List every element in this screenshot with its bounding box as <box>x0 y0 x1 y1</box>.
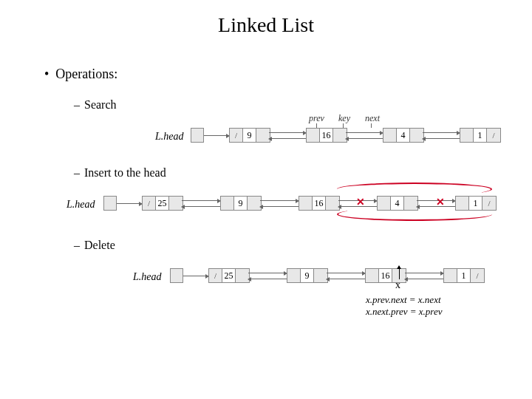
node-9b: 9 <box>220 196 262 211</box>
node-25c: 25 <box>208 268 250 283</box>
head-box <box>191 128 204 143</box>
lhead-delete: L.head <box>133 271 162 283</box>
label-prev: prev <box>309 113 324 124</box>
diagram-insert: L.head 25 9 16 4 1 ✕ ✕ <box>66 185 532 225</box>
sub-bullet-delete: –Delete <box>74 239 495 252</box>
sub-bullet-search: –Search <box>74 98 495 112</box>
pseudo-line-2: x.next.prev = x.prev <box>366 306 442 318</box>
x-pointer-arrow <box>399 266 400 279</box>
sub-bullet-insert: –Insert to the head <box>74 166 495 180</box>
label-key: key <box>338 113 350 124</box>
operations-bullet: • Operations: <box>44 66 495 82</box>
pseudo-line-1: x.prev.next = x.next <box>366 294 442 306</box>
operations-label: Operations: <box>55 66 117 81</box>
node-9: 9 <box>229 128 270 143</box>
node-25: 25 <box>142 196 183 211</box>
red-x-1: ✕ <box>356 196 365 208</box>
label-next: next <box>365 113 380 124</box>
head-box-3 <box>170 268 183 283</box>
delete-label: Delete <box>84 239 115 251</box>
diagram-search: prev key next L.head 9 16 4 1 <box>155 117 525 153</box>
search-label: Search <box>84 98 117 111</box>
node-4: 4 <box>383 128 424 143</box>
red-x-2: ✕ <box>436 196 445 208</box>
pseudocode-block: x.prev.next = x.next x.next.prev = x.pre… <box>366 294 442 318</box>
content-area: • Operations: –Search prev key next L.he… <box>0 37 532 293</box>
insert-label: Insert to the head <box>84 166 166 179</box>
lhead-search: L.head <box>155 131 184 143</box>
red-bypass-top <box>337 183 492 196</box>
node-9c: 9 <box>287 268 328 283</box>
x-annotation: x <box>395 279 400 291</box>
diagram-delete: L.head 25 9 16 1 <box>133 258 517 293</box>
head-box-2 <box>103 196 117 211</box>
lhead-insert: L.head <box>66 199 95 211</box>
node-1: 1 <box>460 128 501 143</box>
page-title: Linked List <box>0 0 532 37</box>
node-16: 16 <box>306 128 347 143</box>
node-16b: 16 <box>299 196 340 211</box>
red-bypass-bottom <box>337 208 492 221</box>
node-1c: 1 <box>443 268 485 283</box>
